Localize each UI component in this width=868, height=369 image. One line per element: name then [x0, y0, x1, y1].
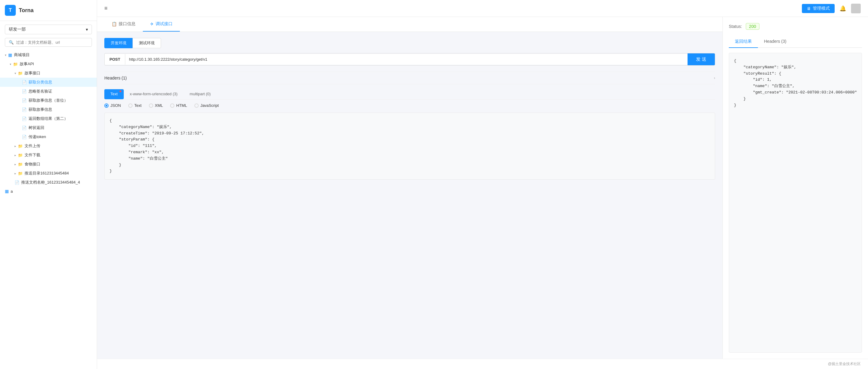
main: ≡ 🖥 管理模式 🔔 📋 接口信息 ✈ — [97, 0, 868, 369]
topbar: ≡ 🖥 管理模式 🔔 — [97, 0, 868, 17]
sidebar-item-folder4[interactable]: ▸ 📁 食物接口 — [0, 160, 97, 169]
menu-icon[interactable]: ≡ — [104, 5, 108, 11]
chevron-right-icon: › — [714, 76, 715, 80]
tab-debug-label: 调试接口 — [156, 21, 173, 27]
sidebar-item-label: a — [11, 189, 13, 194]
doc-icon: 📄 — [22, 89, 27, 94]
dept-label: 研发一部 — [9, 27, 26, 32]
sidebar-item-item3[interactable]: 📄 获取故事信息（首位） — [0, 96, 97, 105]
radio-text[interactable]: Text — [128, 103, 142, 108]
doc-icon: 📄 — [22, 80, 27, 85]
radio-row: JSON Text XML HTML JavaScript — [104, 103, 715, 108]
body-tabs: Text x-www-form-urlencoded (3) multipart… — [104, 89, 715, 100]
sidebar-item-item1[interactable]: 📄 获取分类信息 — [0, 78, 97, 87]
admin-btn-label: 管理模式 — [813, 6, 830, 11]
chevron-down-icon: ▾ — [5, 53, 6, 57]
result-tab-result-label: 返回结果 — [735, 39, 752, 44]
env-dev-button[interactable]: 开发环境 — [104, 38, 132, 48]
radio-json-label: JSON — [111, 103, 121, 108]
radio-javascript[interactable]: JavaScript — [194, 103, 219, 108]
status-label: Status: — [729, 24, 742, 29]
sidebar-item-item8[interactable]: 📄 推送文档名称_1612313445484_4 — [0, 178, 97, 187]
main-tabs: 📋 接口信息 ✈ 调试接口 — [104, 17, 715, 32]
bell-icon[interactable]: 🔔 — [839, 5, 846, 12]
footer: @掘土里金技术社区 — [97, 359, 868, 369]
sidebar-item-label: 树状返回 — [29, 125, 44, 131]
result-tab-headers[interactable]: Headers (3) — [758, 36, 793, 48]
project-icon: ▦ — [5, 189, 9, 194]
radio-circle-json — [104, 104, 108, 108]
body-tab-multipart[interactable]: multipart (0) — [184, 89, 217, 99]
sidebar-tree: ▾ ▦ 商城项目 ▾ 📁 故事API ▾ 📁 故事接口 📄 获取分类信息 📄 忽… — [0, 50, 97, 369]
sidebar-item-label: 忽略签名验证 — [29, 89, 52, 94]
result-tab-result[interactable]: 返回结果 — [729, 36, 758, 48]
result-tabs: 返回结果 Headers (3) — [729, 36, 862, 48]
admin-mode-button[interactable]: 🖥 管理模式 — [802, 4, 835, 13]
result-tab-headers-label: Headers (3) — [764, 39, 786, 44]
status-row: Status: 200 — [729, 23, 862, 30]
sidebar-item-label: 食物接口 — [25, 162, 40, 167]
headers-title: Headers (1) — [104, 76, 127, 80]
api-panel: 📋 接口信息 ✈ 调试接口 开发环境 测试环境 POST 发 送 — [97, 17, 722, 359]
body-code-editor[interactable]: { "categoryName": "娱乐", "createTime": "2… — [104, 113, 715, 180]
chevron-down-icon: ▾ — [10, 62, 11, 66]
sidebar-item-item5[interactable]: 📄 返回数组结果（第二） — [0, 114, 97, 123]
sidebar-item-folder2[interactable]: ▸ 📁 文件上传 — [0, 141, 97, 150]
tab-info-label: 接口信息 — [119, 21, 135, 27]
radio-xml-label: XML — [155, 103, 163, 108]
tab-info[interactable]: 📋 接口信息 — [104, 17, 143, 32]
main-tabs-wrapper: 📋 接口信息 ✈ 调试接口 — [97, 17, 722, 32]
radio-circle-xml — [149, 104, 153, 108]
chevron-right-icon: ▸ — [14, 153, 16, 157]
content-area: 📋 接口信息 ✈ 调试接口 开发环境 测试环境 POST 发 送 — [97, 17, 868, 359]
sidebar-item-label: 故事接口 — [25, 70, 40, 76]
radio-text-label: Text — [134, 103, 142, 108]
radio-json[interactable]: JSON — [104, 103, 121, 108]
sidebar-item-folder5[interactable]: ▸ 📁 推送目录1612313445484 — [0, 169, 97, 178]
status-badge: 200 — [746, 23, 760, 30]
sidebar-header: T Torna — [0, 0, 97, 21]
dot-indicator — [120, 90, 121, 92]
chevron-down-icon: ▾ — [86, 27, 88, 32]
sidebar-item-label: 传递token — [29, 134, 46, 140]
sidebar-item-item9[interactable]: ▦ a — [0, 187, 97, 195]
avatar[interactable] — [851, 4, 861, 13]
chevron-down-icon: ▾ — [14, 72, 16, 75]
sidebar-item-label: 故事API — [20, 61, 34, 67]
sidebar-item-api1[interactable]: ▾ 📁 故事API — [0, 59, 97, 68]
radio-circle-javascript — [194, 104, 199, 108]
sidebar-item-folder1[interactable]: ▾ 📁 故事接口 — [0, 68, 97, 78]
sidebar-item-folder3[interactable]: ▸ 📁 文件下载 — [0, 150, 97, 160]
folder-icon: 📁 — [18, 71, 23, 76]
doc-icon: 📄 — [22, 125, 27, 130]
dept-selector[interactable]: 研发一部 ▾ — [5, 25, 92, 34]
doc-icon: 📄 — [22, 135, 27, 139]
url-row: POST 发 送 — [104, 53, 715, 65]
body-tab-urlencoded[interactable]: x-www-form-urlencoded (3) — [124, 89, 184, 99]
body-tab-text[interactable]: Text — [104, 89, 124, 99]
sidebar-item-project1[interactable]: ▾ ▦ 商城项目 — [0, 50, 97, 59]
debug-tab-icon: ✈ — [150, 22, 154, 26]
search-input[interactable] — [16, 40, 88, 45]
sidebar-item-item2[interactable]: 📄 忽略签名验证 — [0, 87, 97, 96]
sidebar-item-item4[interactable]: 📄 获取故事信息 — [0, 105, 97, 114]
headers-section[interactable]: Headers (1) › — [104, 72, 715, 84]
radio-html[interactable]: HTML — [170, 103, 187, 108]
radio-xml[interactable]: XML — [149, 103, 163, 108]
tab-debug[interactable]: ✈ 调试接口 — [143, 17, 180, 32]
doc-icon: 📄 — [22, 107, 27, 112]
footer-text: @掘土里金技术社区 — [828, 362, 861, 366]
chevron-right-icon: ▸ — [14, 144, 16, 148]
doc-icon: 📄 — [22, 116, 27, 121]
env-test-button[interactable]: 测试环境 — [132, 38, 161, 48]
url-input[interactable] — [125, 54, 687, 65]
radio-javascript-label: JavaScript — [200, 103, 219, 108]
send-button[interactable]: 发 送 — [687, 53, 715, 65]
folder-icon: 📁 — [18, 171, 23, 176]
topbar-right: 🖥 管理模式 🔔 — [802, 4, 861, 13]
sidebar-item-label: 获取分类信息 — [29, 80, 52, 85]
sidebar-item-item6[interactable]: 📄 树状返回 — [0, 123, 97, 132]
sidebar-item-item7[interactable]: 📄 传递token — [0, 132, 97, 141]
chevron-right-icon: ▸ — [14, 163, 16, 166]
app-title: Torna — [19, 7, 34, 13]
